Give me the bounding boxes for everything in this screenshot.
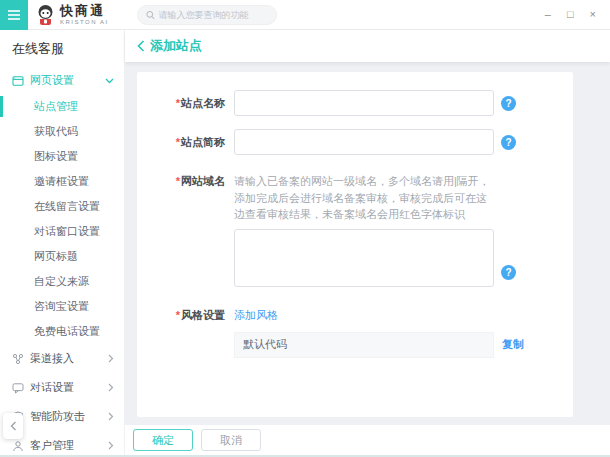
add-style-link[interactable]: 添加风格 bbox=[234, 302, 278, 323]
main-area: 添加站点 *站点名称 ? *站点简称 ? *网站域名 请输入已备案的网站一级域 bbox=[125, 30, 610, 455]
sidebar-group-channel-access[interactable]: 渠道接入 bbox=[0, 344, 124, 373]
chat-settings-icon bbox=[12, 382, 24, 394]
confirm-button[interactable]: 确定 bbox=[133, 429, 193, 451]
sidebar-item-online-message[interactable]: 在线留言设置 bbox=[0, 194, 124, 219]
site-name-help-icon[interactable]: ? bbox=[501, 96, 516, 111]
site-name-label: *站点名称 bbox=[155, 90, 225, 116]
chevron-right-icon bbox=[108, 354, 114, 363]
web-settings-icon bbox=[12, 75, 24, 87]
chevron-right-icon bbox=[108, 412, 114, 421]
site-short-name-help-icon[interactable]: ? bbox=[501, 135, 516, 150]
required-mark: * bbox=[176, 309, 180, 321]
page-header: 添加站点 bbox=[125, 30, 610, 62]
style-settings-row: *风格设置 添加风格 默认代码 复制 bbox=[155, 302, 573, 358]
style-settings-label: *风格设置 bbox=[155, 302, 225, 358]
hamburger-icon bbox=[7, 9, 21, 21]
sidebar-group-label: 网页设置 bbox=[30, 73, 105, 88]
sidebar-title: 在线客服 bbox=[0, 30, 124, 67]
required-mark: * bbox=[176, 97, 180, 109]
brand-name: 快商通 bbox=[60, 4, 109, 17]
chevron-left-icon bbox=[10, 421, 17, 431]
chevron-down-icon bbox=[105, 78, 114, 84]
site-domain-row: *网站域名 请输入已备案的网站一级域名，多个域名请用|隔开，添加完成后会进行域名… bbox=[155, 168, 573, 289]
global-search[interactable] bbox=[137, 5, 277, 25]
add-site-form-card: *站点名称 ? *站点简称 ? *网站域名 请输入已备案的网站一级域名，多个域名… bbox=[137, 72, 573, 417]
site-short-name-label: *站点简称 bbox=[155, 129, 225, 155]
site-domain-help-icon[interactable]: ? bbox=[501, 265, 516, 280]
sidebar-group-label: 智能防攻击 bbox=[30, 409, 108, 424]
form-footer: 确定 取消 bbox=[125, 425, 610, 455]
sidebar: 在线客服 网页设置 站点管理 获取代码 图标设置 邀请框设置 在线留言设置 对话… bbox=[0, 30, 125, 455]
mascot-icon bbox=[35, 4, 56, 26]
cancel-button[interactable]: 取消 bbox=[201, 429, 261, 451]
sidebar-item-chat-window[interactable]: 对话窗口设置 bbox=[0, 219, 124, 244]
channel-icon bbox=[12, 353, 24, 365]
copy-link[interactable]: 复制 bbox=[502, 337, 524, 352]
minimize-button[interactable]: – bbox=[545, 9, 551, 20]
site-name-input[interactable] bbox=[234, 90, 494, 116]
required-mark: * bbox=[176, 136, 180, 148]
page-title: 添加站点 bbox=[150, 37, 202, 55]
sidebar-item-custom-source[interactable]: 自定义来源 bbox=[0, 269, 124, 294]
chevron-right-icon bbox=[108, 383, 114, 392]
sidebar-item-page-title[interactable]: 网页标题 bbox=[0, 244, 124, 269]
site-name-row: *站点名称 ? bbox=[155, 90, 573, 116]
sidebar-group-label: 客户管理 bbox=[30, 438, 108, 453]
sidebar-group-label: 对话设置 bbox=[30, 380, 108, 395]
top-bar: 快商通 KRISTON AI – □ × bbox=[0, 0, 610, 30]
sidebar-item-get-code[interactable]: 获取代码 bbox=[0, 119, 124, 144]
site-domain-textarea[interactable] bbox=[234, 229, 494, 287]
site-short-name-row: *站点简称 ? bbox=[155, 129, 573, 155]
sidebar-item-zixunbao[interactable]: 咨询宝设置 bbox=[0, 294, 124, 319]
back-button[interactable] bbox=[137, 40, 145, 52]
sidebar-group-web-settings[interactable]: 网页设置 bbox=[0, 67, 124, 94]
back-arrow-icon bbox=[137, 40, 145, 52]
sidebar-item-free-phone[interactable]: 免费电话设置 bbox=[0, 319, 124, 344]
domain-hint-text: 请输入已备案的网站一级域名，多个域名请用|隔开，添加完成后会进行域名备案审核，审… bbox=[234, 168, 494, 223]
sidebar-group-label: 渠道接入 bbox=[30, 351, 108, 366]
sidebar-item-site-management[interactable]: 站点管理 bbox=[0, 94, 124, 119]
menu-toggle-button[interactable] bbox=[0, 0, 28, 30]
site-short-name-input[interactable] bbox=[234, 129, 494, 155]
required-mark: * bbox=[176, 175, 180, 187]
search-icon bbox=[146, 10, 155, 20]
sidebar-group-chat-settings[interactable]: 对话设置 bbox=[0, 373, 124, 402]
site-domain-label: *网站域名 bbox=[155, 168, 225, 289]
brand-subtitle: KRISTON AI bbox=[60, 19, 109, 25]
customer-icon bbox=[12, 440, 24, 452]
default-code-item: 默认代码 bbox=[234, 332, 494, 358]
app-logo: 快商通 KRISTON AI bbox=[35, 4, 109, 26]
sidebar-item-invite-box[interactable]: 邀请框设置 bbox=[0, 169, 124, 194]
window-controls: – □ × bbox=[545, 9, 596, 20]
maximize-button[interactable]: □ bbox=[567, 9, 574, 20]
sidebar-collapse-button[interactable] bbox=[3, 413, 23, 439]
close-button[interactable]: × bbox=[590, 9, 596, 20]
sidebar-item-icon-settings[interactable]: 图标设置 bbox=[0, 144, 124, 169]
chevron-right-icon bbox=[108, 441, 114, 450]
content-area: *站点名称 ? *站点简称 ? *网站域名 请输入已备案的网站一级域名，多个域名… bbox=[125, 62, 610, 425]
search-input[interactable] bbox=[159, 10, 268, 20]
